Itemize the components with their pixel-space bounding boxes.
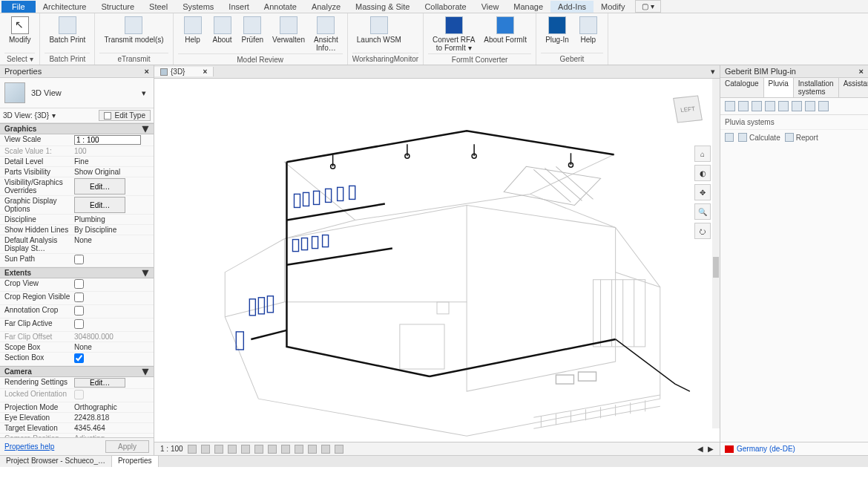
calculate-button[interactable]: Calculate	[738, 133, 780, 142]
lock-3d-icon[interactable]	[268, 445, 277, 454]
transmit-models-button[interactable]: Transmit model(s)	[99, 15, 168, 53]
group-camera[interactable]: Camera	[4, 368, 32, 376]
rendering-settings-edit-button[interactable]: Edit…	[74, 378, 125, 388]
group-expander-icon[interactable]: ⯆	[142, 125, 149, 133]
dock-tab-project-browser[interactable]: Project Browser - Schueco_…	[0, 456, 112, 467]
group-expander-icon[interactable]: ⯆	[142, 269, 149, 277]
about-button[interactable]: About	[208, 15, 237, 53]
viewcube[interactable]: LEFT	[668, 91, 708, 131]
verwalten-button[interactable]: Verwalten	[268, 15, 309, 53]
geberit-tool-4-icon[interactable]	[765, 101, 775, 111]
tab-analyze[interactable]: Analyze	[304, 1, 348, 13]
crop-view-checkbox[interactable]	[74, 279, 84, 289]
sun-path-checkbox[interactable]	[74, 255, 84, 264]
file-tab[interactable]: File	[1, 1, 36, 13]
nav-orbit-icon[interactable]: ⭮	[694, 223, 711, 239]
batch-print-button[interactable]: Batch Print	[45, 15, 90, 53]
group-expander-icon[interactable]: ⯆	[142, 368, 149, 376]
geberit-help-button[interactable]: Help	[573, 15, 603, 53]
tab-addins[interactable]: Add-Ins	[550, 1, 594, 13]
ribbon-options-dropdown[interactable]: ▢ ▾	[635, 0, 661, 13]
geberit-tool-8-icon[interactable]	[818, 101, 829, 111]
geberit-tool-2-icon[interactable]	[738, 101, 749, 111]
geberit-tab-catalogue[interactable]: Catalogue	[720, 78, 764, 97]
rendering-icon[interactable]	[228, 445, 237, 454]
temporary-hide-icon[interactable]	[281, 445, 290, 454]
nav-zoom-icon[interactable]: 🔍	[694, 203, 711, 220]
section-box-checkbox[interactable]	[74, 353, 84, 363]
panel-label-select[interactable]: Select ▾	[4, 53, 35, 65]
tab-annotate[interactable]: Annotate	[257, 1, 304, 13]
geberit-tool-6-icon[interactable]	[792, 101, 802, 111]
nav-wheel-icon[interactable]: ◐	[694, 165, 711, 181]
reveal-hidden-icon[interactable]	[295, 445, 303, 454]
tab-systems[interactable]: Systems	[175, 1, 221, 13]
nav-pan-icon[interactable]: ✥	[694, 184, 711, 200]
eye-elevation-value[interactable]: 22428.818	[73, 414, 154, 422]
show-hidden-lines-value[interactable]: By Discipline	[73, 226, 154, 234]
far-clip-active-checkbox[interactable]	[74, 319, 84, 329]
view-tab-3d[interactable]: {3D} ×	[154, 67, 214, 76]
geberit-panel-close-icon[interactable]: ×	[859, 67, 864, 76]
discipline-value[interactable]: Plumbing	[73, 215, 154, 223]
tab-manage[interactable]: Manage	[506, 1, 550, 13]
crop-view-icon[interactable]	[241, 445, 250, 454]
annotation-crop-checkbox[interactable]	[74, 306, 84, 316]
tab-view[interactable]: View	[474, 1, 507, 13]
edit-type-button[interactable]: Edit Type	[99, 110, 151, 121]
graphic-display-edit-button[interactable]: Edit…	[74, 197, 125, 213]
geberit-plugin-button[interactable]: Plug-In	[541, 15, 573, 53]
geberit-tab-installation-systems[interactable]: Installation systems	[794, 78, 839, 97]
close-icon[interactable]: ×	[203, 68, 207, 76]
scope-box-value[interactable]: None	[73, 343, 154, 351]
tab-architecture[interactable]: Architecture	[36, 1, 94, 13]
detail-level-value[interactable]: Fine	[73, 157, 154, 166]
group-extents[interactable]: Extents	[4, 269, 31, 277]
reveal-constraints-icon[interactable]	[335, 445, 343, 454]
sun-settings-icon[interactable]	[201, 445, 210, 454]
geberit-tool-3-icon[interactable]	[752, 101, 762, 111]
apply-button[interactable]: Apply	[105, 440, 149, 453]
analytical-model-icon[interactable]	[308, 445, 317, 454]
visual-style-icon[interactable]	[188, 445, 197, 454]
pruefen-button[interactable]: Prüfen	[237, 15, 268, 53]
tab-collaborate[interactable]: Collaborate	[417, 1, 473, 13]
chevron-down-icon[interactable]: ▾	[52, 111, 56, 120]
refresh-button[interactable]	[725, 133, 734, 142]
help-button[interactable]: Help	[178, 15, 208, 53]
projection-mode-value[interactable]: Orthographic	[73, 403, 154, 411]
tab-modify[interactable]: Modify	[594, 1, 632, 13]
report-button[interactable]: Report	[785, 133, 818, 142]
worksharing-display-icon[interactable]	[321, 445, 330, 454]
geberit-tool-7-icon[interactable]	[805, 101, 815, 111]
vertical-scrollbar[interactable]	[712, 79, 720, 428]
about-formit-button[interactable]: About FormIt	[479, 15, 531, 53]
tab-structure[interactable]: Structure	[93, 1, 142, 13]
properties-close-icon[interactable]: ×	[145, 67, 149, 76]
modify-button[interactable]: Modify	[4, 15, 35, 53]
parts-visibility-value[interactable]: Show Original	[73, 168, 154, 176]
geberit-tab-pluvia[interactable]: Pluvia	[764, 78, 794, 97]
properties-help-link[interactable]: Properties help	[4, 442, 54, 451]
tab-insert[interactable]: Insert	[221, 1, 257, 13]
viewcube-face[interactable]: LEFT	[673, 95, 703, 122]
view-scale-display[interactable]: 1 : 100	[160, 445, 183, 453]
target-elevation-value[interactable]: 4345.464	[73, 424, 154, 432]
geberit-tab-assistants[interactable]: Assistants	[839, 78, 868, 97]
geberit-tool-1-icon[interactable]	[725, 101, 735, 111]
drawing-canvas[interactable]: LEFT ⌂ ◐ ✥ 🔍 ⭮	[154, 79, 720, 442]
scroll-right-icon[interactable]: ▶	[708, 445, 714, 453]
shadows-icon[interactable]	[214, 445, 223, 454]
view-tab-options-icon[interactable]: ▾	[706, 67, 720, 76]
group-graphics[interactable]: Graphics	[4, 125, 36, 133]
scroll-left-icon[interactable]: ◀	[697, 445, 703, 453]
crop-region-visible-checkbox[interactable]	[74, 293, 84, 302]
locale-link[interactable]: Germany (de-DE)	[737, 445, 795, 453]
dock-tab-properties[interactable]: Properties	[112, 456, 159, 467]
properties-type-selector[interactable]: 3D View ▾	[0, 78, 154, 108]
vg-overrides-edit-button[interactable]: Edit…	[74, 178, 125, 195]
nav-home-icon[interactable]: ⌂	[694, 146, 711, 162]
ansicht-info-button[interactable]: Ansicht Info…	[309, 15, 343, 53]
tab-massing-site[interactable]: Massing & Site	[348, 1, 417, 13]
view-scale-input[interactable]	[74, 135, 141, 145]
